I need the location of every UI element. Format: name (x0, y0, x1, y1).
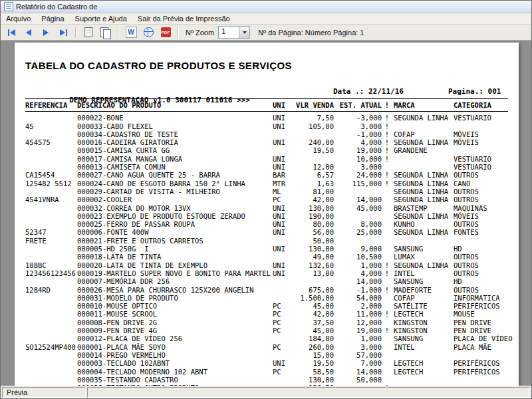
cell-marca: MADEFORTE (392, 286, 454, 294)
cell-cat: OUTROS (454, 188, 508, 196)
cell-uni: UNI (273, 122, 294, 130)
report-app-version: DEMO REPRESENTACAO v1.0 300117 011016 >>… (69, 96, 250, 104)
zoom-select[interactable]: 1 (218, 26, 250, 39)
cell-cat: OUTROS (454, 171, 508, 179)
cell-marca: INTEL (392, 269, 454, 277)
table-row: 000023-EXEMPLO DE PRODUTO ESTOQUE ZERADO… (25, 212, 508, 220)
nav-prev-button[interactable] (21, 26, 37, 39)
cell-uni: UNI (273, 261, 294, 269)
cell-desc: 000011-MOUSE SCROOL (77, 310, 273, 318)
table-row: 000031-MODELO DE PRODUTO1.500,0054,000CO… (25, 294, 508, 302)
table-row: 1284RD000026-MESA PARA CHURRASCO 125X200… (25, 286, 508, 294)
cell-desc: 000026-MESA PARA CHURRASCO 125X200 ANGEL… (77, 286, 273, 294)
cell-marca: SEGUNDA LINHA (392, 171, 454, 179)
cell-vlr: 19,50 (294, 359, 334, 367)
cell-vlr: 130,00 (294, 245, 334, 253)
cell-est: 1,000 (334, 261, 382, 269)
cell-marca (392, 122, 454, 130)
cell-vlr: 130,00 (294, 204, 334, 212)
cell-desc: 000019-MARTELO SUPER NOVO E BONITO PARA … (77, 269, 273, 277)
cell-marca: LEGTECH (392, 310, 454, 318)
nav-last-button[interactable] (55, 26, 71, 39)
chevron-down-icon[interactable] (239, 27, 249, 38)
cell-desc: 000016-CADEIRA GIRATORIA (77, 138, 273, 146)
cell-marca: SEGUNDA LINHA (392, 212, 454, 220)
table-row: 000011-MOUSE SCROOLPC42,0011,000!LEGTECH… (25, 310, 508, 318)
export-word-button[interactable]: W (123, 26, 139, 39)
cell-cat: OUTROS (454, 261, 508, 269)
cell-flag (382, 294, 392, 302)
cell-vlr: 1.500,00 (294, 294, 334, 302)
cell-est (334, 237, 382, 245)
export-pdf-button[interactable]: PDF (158, 26, 174, 39)
table-row: 000013-CAMISETA COMUNUNI12,003,000VESTUA… (25, 163, 508, 171)
cell-uni (273, 351, 294, 359)
cell-desc: 000029-CARTAO DE VISITA - MILHEIRO (77, 188, 273, 196)
cell-flag (382, 212, 392, 220)
cell-desc: 000024-CANO DE ESGOTO BARRA 150 2° LINHA (77, 180, 273, 188)
table-row: 000003-TECLADO 102ABNTUNI19,507,000LEGTE… (25, 359, 508, 367)
table-row: 000018-LATA DE TINTA49,0010,500LUMAXOUTR… (25, 253, 508, 261)
nav-first-button[interactable] (3, 26, 19, 39)
menu-suporte-ajuda[interactable]: Suporte e Ajuda (70, 14, 132, 23)
cell-ref (25, 302, 77, 310)
status-previa: Prévia (2, 387, 86, 398)
cell-uni: UNI (273, 212, 294, 220)
cell-flag (382, 368, 392, 376)
table-row: 123456123456000019-MARTELO SUPER NOVO E … (25, 269, 508, 277)
app-icon (4, 2, 13, 11)
cell-flag: ! (382, 286, 392, 294)
single-page-icon (84, 27, 92, 37)
cell-ref (25, 359, 77, 367)
cell-uni: UNI (273, 155, 294, 163)
table-row: 52347000006-FONTE 400WUNI56,0025,000SEGU… (25, 228, 508, 236)
menu-sair-previa-impressao[interactable]: Sair da Prévia de Impressão (132, 14, 235, 23)
nav-next-button[interactable] (38, 26, 54, 39)
cell-est: 19,000 (334, 327, 382, 334)
menu-pagina[interactable]: Página (36, 14, 69, 23)
cell-vlr: 132,60 (294, 261, 334, 269)
cell-cat: PERIFÉRICOS (454, 368, 508, 376)
word-export-icon: W (126, 27, 137, 38)
cell-est: 11,000 (334, 310, 382, 318)
cell-est: 4,000 (334, 138, 382, 146)
cell-vlr: 13,00 (294, 269, 334, 277)
cell-flag: ! (382, 138, 392, 146)
cell-flag (382, 343, 392, 351)
window-title: Relatório do Cadastro de (16, 3, 97, 11)
single-page-view-button[interactable] (80, 26, 96, 39)
cell-est: 14,000 (334, 368, 382, 376)
cell-ref (25, 163, 77, 171)
title-bar[interactable]: Relatório do Cadastro de (1, 1, 531, 13)
multi-page-view-button[interactable] (98, 26, 114, 39)
cell-uni: PC (273, 368, 294, 376)
cell-desc: 000006-FONTE 400W (77, 228, 273, 236)
cell-flag: ! (382, 155, 392, 163)
table-row: 000010-MOUSE OPTICOPC45,002,000SATÉLITEP… (25, 302, 508, 310)
report-date: Data .: 22/11/16 (333, 87, 404, 96)
cell-ref (25, 334, 77, 342)
cell-vlr (294, 277, 334, 285)
cell-est (334, 188, 382, 196)
cell-desc: 000022-BONE (77, 114, 273, 122)
export-html-button[interactable] (140, 26, 156, 39)
cell-desc: 000003-TECLADO 102ABNT (77, 359, 273, 367)
col-uni: UNI (273, 101, 294, 109)
cell-desc: 000021-FRETE E OUTROS CARRETOS (77, 237, 273, 245)
preview-area[interactable]: TABELA DO CADASTRO DE PRODUTOS E SERVIÇO… (1, 41, 531, 386)
cell-uni: UNI (273, 163, 294, 171)
cell-uni: UNI (273, 228, 294, 236)
cell-est: 10,500 (334, 253, 382, 261)
cell-vlr: 58,50 (294, 368, 334, 376)
cell-marca: BRASTEMP (392, 204, 454, 212)
menu-arquivo[interactable]: Arquivo (1, 14, 36, 23)
cell-desc: 000008-PEN DRIVE 2G (77, 319, 273, 327)
cell-cat: VESTUARIO (454, 114, 508, 122)
cell-est: 45,000 (334, 204, 382, 212)
cell-desc: 000015-CAMISA CURTA GG (77, 146, 273, 154)
cell-est: 3,000 (334, 122, 382, 130)
table-row: 188BC000020-LATA DE TINTA DE EXEMPLOUNI1… (25, 261, 508, 269)
cell-marca (392, 351, 454, 359)
cell-ref (25, 220, 77, 228)
cell-cat (454, 237, 508, 245)
